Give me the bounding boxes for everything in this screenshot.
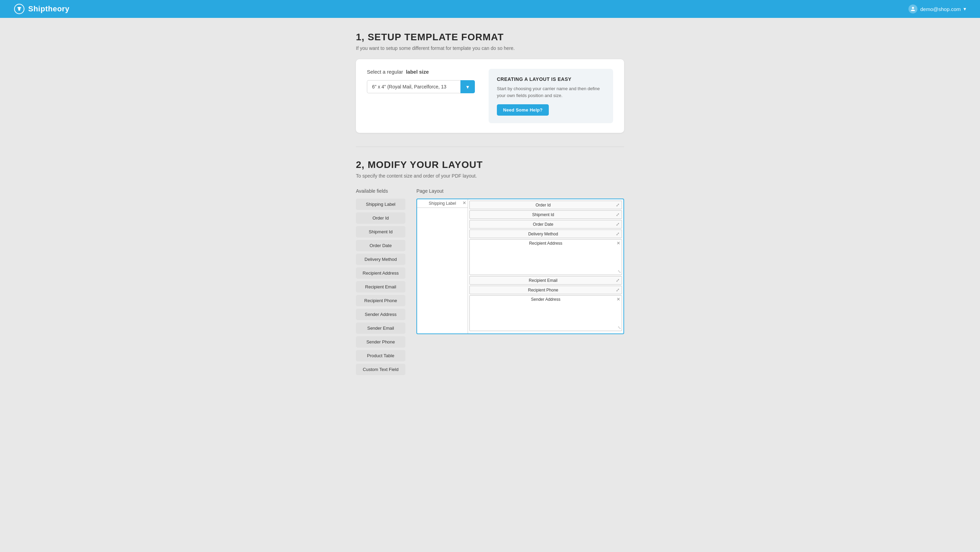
layout-field: Recipient Email⤢ (469, 276, 622, 285)
section1-title: 1, SETUP TEMPLATE FORMAT (356, 32, 624, 43)
recipient-address-resize-handle[interactable]: ⤡ (617, 269, 621, 274)
layout-canvas: Shipping Label ✕ Order Id⤢Shipment Id⤢Or… (417, 199, 624, 334)
sender-address-box: Sender Address ✕ ⤡ (469, 295, 622, 331)
available-field-btn[interactable]: Sender Phone (356, 336, 406, 348)
section2-subtitle: To specify the content size and order of… (356, 173, 624, 179)
sender-address-body: ⤡ (470, 303, 622, 331)
layout-field-resize-icon[interactable]: ⤢ (616, 203, 620, 207)
sender-address-header: Sender Address ✕ (470, 296, 622, 303)
svg-point-1 (18, 9, 20, 11)
recipient-address-body: ⤡ (470, 247, 622, 274)
shipping-label-strip-header: Shipping Label ✕ (417, 199, 468, 208)
user-avatar-icon (908, 5, 917, 13)
layout-field: Order Date⤢ (469, 220, 622, 228)
shipping-label-close-icon[interactable]: ✕ (463, 200, 466, 206)
sender-address-label: Sender Address (531, 297, 560, 302)
label-size-title: Select a regular label size (367, 69, 475, 75)
available-field-btn[interactable]: Custom Text Field (356, 364, 406, 375)
layout-area: Available fields Shipping LabelOrder IdS… (356, 188, 624, 378)
user-menu[interactable]: demo@shop.com ▾ (908, 5, 966, 13)
available-field-btn[interactable]: Order Date (356, 240, 406, 251)
layout-field-name: Shipment Id (472, 212, 614, 217)
sender-address-resize-handle[interactable]: ⤡ (617, 325, 621, 330)
chevron-down-icon: ▾ (466, 84, 469, 90)
section1-subtitle: If you want to setup some different form… (356, 45, 624, 51)
available-fields-column: Available fields Shipping LabelOrder IdS… (356, 188, 411, 378)
available-field-btn[interactable]: Order Id (356, 212, 406, 224)
label-size-select-row: ▾ (367, 80, 475, 93)
recipient-address-close-icon[interactable]: ✕ (617, 241, 620, 246)
section2-title: 2, MODIFY YOUR LAYOUT (356, 160, 624, 170)
section-divider (356, 147, 624, 147)
layout-field-resize-icon[interactable]: ⤢ (616, 212, 620, 217)
layout-field-resize-icon[interactable]: ⤢ (616, 222, 620, 227)
logo-text: Shiptheory (28, 5, 70, 13)
header: Shiptheory demo@shop.com ▾ (0, 0, 980, 18)
label-size-input[interactable] (367, 80, 460, 93)
main-content: 1, SETUP TEMPLATE FORMAT If you want to … (0, 18, 980, 391)
layout-field-name: Order Date (472, 222, 614, 227)
recipient-address-label: Recipient Address (529, 241, 563, 246)
available-fields-list: Shipping LabelOrder IdShipment IdOrder D… (356, 199, 406, 375)
setup-right: CREATING A LAYOUT IS EASY Start by choos… (488, 69, 613, 123)
layout-field: Shipment Id⤢ (469, 210, 622, 219)
layout-field-name: Recipient Email (472, 278, 614, 283)
layout-field: Recipient Phone⤢ (469, 286, 622, 294)
shipping-label-strip-text: Shipping Label (429, 201, 456, 206)
layout-field-name: Delivery Method (472, 231, 614, 236)
available-field-btn[interactable]: Recipient Address (356, 267, 406, 279)
shipping-label-strip: Shipping Label ✕ (417, 199, 468, 333)
content-wrapper: 1, SETUP TEMPLATE FORMAT If you want to … (356, 32, 624, 378)
fields-panel: Order Id⤢Shipment Id⤢Order Date⤢Delivery… (468, 199, 624, 333)
layout-field-resize-icon[interactable]: ⤢ (616, 278, 620, 283)
available-field-btn[interactable]: Recipient Phone (356, 295, 406, 306)
logo: Shiptheory (14, 3, 70, 14)
available-field-btn[interactable]: Sender Address (356, 309, 406, 320)
available-field-btn[interactable]: Sender Email (356, 322, 406, 334)
page-layout-column: Page Layout Shipping Label ✕ Order Id⤢Sh… (411, 188, 624, 378)
available-field-btn[interactable]: Shipping Label (356, 199, 406, 210)
setup-card: Select a regular label size ▾ CREATING A… (356, 59, 624, 133)
setup-left: Select a regular label size ▾ (367, 69, 475, 123)
layout-field: Delivery Method⤢ (469, 230, 622, 238)
recipient-address-header: Recipient Address ✕ (470, 239, 622, 247)
label-size-dropdown-btn[interactable]: ▾ (460, 80, 475, 93)
creating-text: Start by choosing your carrier name and … (497, 85, 605, 99)
logo-icon (14, 3, 25, 14)
creating-title: CREATING A LAYOUT IS EASY (497, 77, 605, 82)
available-field-btn[interactable]: Recipient Email (356, 281, 406, 292)
sender-address-close-icon[interactable]: ✕ (617, 297, 620, 302)
available-field-btn[interactable]: Shipment Id (356, 226, 406, 238)
available-fields-header: Available fields (356, 188, 406, 194)
page-layout-header: Page Layout (417, 188, 624, 194)
user-email: demo@shop.com (920, 6, 961, 12)
available-field-btn[interactable]: Delivery Method (356, 254, 406, 265)
svg-point-2 (912, 7, 914, 9)
chevron-down-icon: ▾ (964, 6, 966, 12)
recipient-address-box: Recipient Address ✕ ⤡ (469, 239, 622, 275)
layout-field-resize-icon[interactable]: ⤢ (616, 287, 620, 292)
help-button[interactable]: Need Some Help? (497, 104, 549, 116)
available-field-btn[interactable]: Product Table (356, 350, 406, 361)
layout-field-name: Order Id (472, 203, 614, 207)
layout-field-resize-icon[interactable]: ⤢ (616, 231, 620, 236)
layout-field-name: Recipient Phone (472, 288, 614, 292)
layout-field: Order Id⤢ (469, 201, 622, 209)
